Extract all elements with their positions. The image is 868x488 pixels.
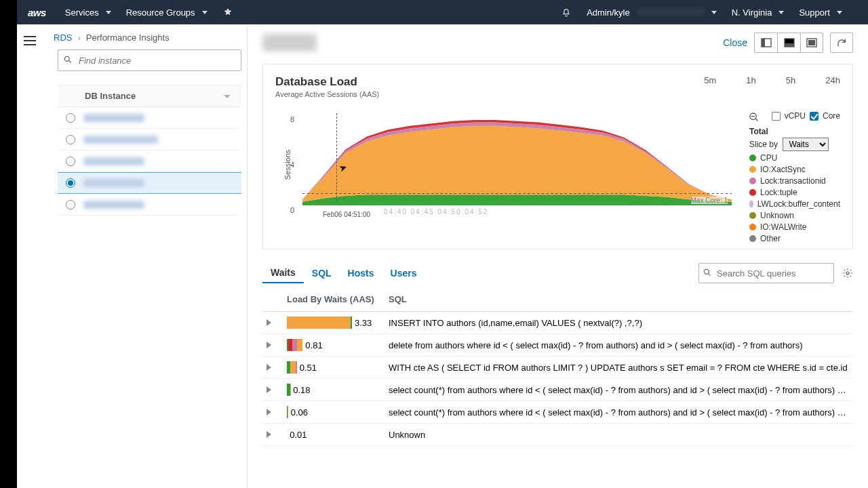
detail-tabs: Waits SQL Hosts Users [262, 263, 853, 283]
gear-icon[interactable] [842, 268, 853, 279]
page-header: Close [262, 33, 853, 53]
chart-cursor [336, 113, 337, 201]
svg-point-0 [64, 56, 69, 61]
y-tick: 8 [290, 115, 294, 123]
expand-icon[interactable] [267, 364, 271, 371]
nav-services[interactable]: Services [65, 7, 111, 18]
range-5m[interactable]: 5m [704, 75, 716, 85]
nav-account-label: Admin/kyle [587, 7, 630, 18]
legend-item[interactable]: Unknown [749, 211, 840, 220]
svg-rect-6 [808, 40, 815, 45]
find-instance [58, 49, 241, 71]
radio-icon[interactable] [66, 200, 75, 209]
legend-item[interactable]: Other [749, 234, 840, 243]
breadcrumb: RDS › Performance Insights [54, 33, 170, 43]
panel-full-icon[interactable] [800, 33, 823, 53]
tab-sql[interactable]: SQL [304, 264, 340, 283]
refresh-icon[interactable] [830, 33, 853, 53]
y-tick: 4 [290, 161, 294, 169]
expand-icon[interactable] [267, 409, 271, 415]
aws-top-nav: aws Services Resource Groups Admin/kyle … [17, 0, 868, 24]
radio-icon[interactable] [66, 157, 75, 166]
db-instance-header[interactable]: DB Instance [58, 85, 241, 107]
sidebar: RDS › Performance Insights DB Instance [17, 24, 248, 488]
radio-icon[interactable] [66, 135, 75, 144]
sql-row[interactable]: 0.06 select count(*) from authors where … [262, 401, 853, 424]
legend-item[interactable]: LWLock:buffer_content [749, 199, 840, 209]
close-button[interactable]: Close [723, 37, 747, 48]
sql-row[interactable]: 3.33 INSERT INTO authors (id,name,email)… [262, 312, 853, 334]
max-core-label: Max Core: 1 [691, 197, 728, 204]
db-instance-row[interactable] [58, 150, 241, 172]
legend-item[interactable]: IO:WALWrite [749, 222, 840, 232]
col-load[interactable]: Load By Waits (AAS) [283, 287, 384, 312]
time-range: 5m 1h 5h 24h [704, 75, 840, 85]
sql-search [698, 263, 834, 283]
col-sql[interactable]: SQL [384, 287, 853, 312]
search-icon [63, 55, 73, 64]
hamburger-icon[interactable] [24, 36, 36, 45]
breadcrumb-page: Performance Insights [86, 33, 170, 43]
tab-users[interactable]: Users [382, 264, 425, 283]
legend-item[interactable]: CPU [749, 153, 840, 163]
expand-icon[interactable] [267, 431, 271, 438]
sql-table: Load By Waits (AAS) SQL 3.33 INSERT INTO… [262, 287, 853, 446]
vcpu-label: vCPU [785, 111, 806, 121]
chart-cursor-label: Feb06 04:51:00 [320, 210, 373, 219]
sort-icon [224, 93, 231, 100]
sql-search-input[interactable] [698, 263, 834, 283]
range-1h[interactable]: 1h [746, 75, 755, 85]
nav-region[interactable]: N. Virginia [732, 7, 785, 18]
zoom-out-icon[interactable] [749, 112, 760, 123]
slice-by-select[interactable]: Waits [783, 138, 829, 151]
legend-item[interactable]: Lock:tuple [749, 188, 840, 197]
main: Close Database Load Average Active Sessi… [248, 24, 868, 488]
nav-resource-groups[interactable]: Resource Groups [126, 7, 208, 18]
panel-left-icon[interactable] [754, 33, 777, 53]
nav-support[interactable]: Support [799, 7, 842, 18]
slice-by: Slice by Waits [749, 138, 840, 151]
radio-icon[interactable] [66, 113, 75, 123]
legend-total: Total [749, 127, 840, 136]
sql-row[interactable]: 0.81 delete from authors where id < ( se… [262, 334, 853, 357]
db-instance-row[interactable] [58, 107, 241, 129]
sql-row[interactable]: 0.01 Unknown [262, 424, 853, 446]
svg-rect-2 [762, 39, 765, 47]
db-instance-row[interactable] [58, 129, 241, 150]
nav-account[interactable]: Admin/kyle [587, 7, 717, 18]
card-subtitle: Average Active Sessions (AAS) [275, 90, 379, 98]
expand-icon[interactable] [267, 342, 271, 348]
expand-icon[interactable] [267, 386, 271, 393]
chart-legend: vCPU Core Total Slice by Waits CPUIO:Xac… [732, 110, 840, 243]
db-instance-list [58, 107, 241, 216]
legend-item[interactable]: IO:XactSync [749, 165, 840, 174]
aws-logo[interactable]: aws [28, 7, 46, 18]
core-label: Core [823, 111, 840, 121]
vcpu-checkbox[interactable] [772, 112, 781, 121]
svg-point-9 [846, 272, 849, 274]
panel-bottom-icon[interactable] [777, 33, 800, 53]
sql-row[interactable]: 0.18 select count(*) from authors where … [262, 379, 853, 401]
y-tick: 0 [290, 206, 294, 214]
tab-hosts[interactable]: Hosts [340, 264, 382, 283]
instance-name [262, 34, 317, 52]
breadcrumb-root[interactable]: RDS [54, 33, 72, 43]
card-title: Database Load [275, 75, 379, 89]
nav-bell-icon[interactable] [561, 7, 572, 18]
range-24h[interactable]: 24h [825, 75, 840, 85]
svg-rect-4 [785, 43, 794, 47]
sql-row[interactable]: 0.51 WITH cte AS ( SELECT id FROM author… [262, 357, 853, 379]
db-instance-row-selected[interactable] [58, 172, 241, 194]
range-5h[interactable]: 5h [786, 75, 795, 85]
expand-icon[interactable] [267, 319, 271, 326]
legend-item[interactable]: Lock:transactionid [749, 176, 840, 186]
db-instance-header-label: DB Instance [85, 91, 136, 101]
db-instance-row[interactable] [58, 194, 241, 216]
nav-pin-icon[interactable] [222, 7, 233, 18]
database-load-card: Database Load Average Active Sessions (A… [262, 64, 853, 249]
find-instance-input[interactable] [58, 49, 241, 71]
tab-waits[interactable]: Waits [262, 263, 304, 283]
core-checkbox[interactable] [810, 112, 818, 121]
load-chart[interactable]: Sessions 8 4 0 ➤ Feb06 04:51:00 Max Core… [275, 110, 732, 219]
radio-icon[interactable] [66, 178, 75, 188]
